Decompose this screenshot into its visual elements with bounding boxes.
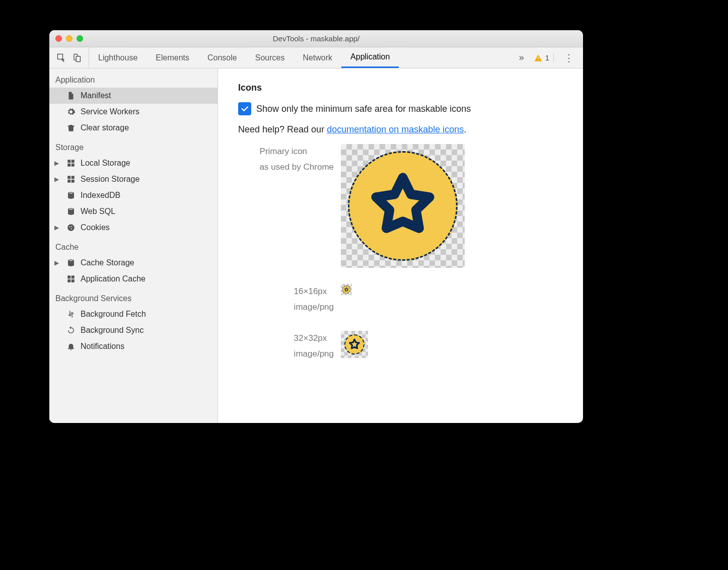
- grid-icon: [66, 159, 76, 168]
- titlebar: DevTools - maskable.app/: [49, 30, 583, 47]
- window-minimize-button[interactable]: [66, 35, 72, 42]
- sidebar-item-notifications[interactable]: ▶Notifications: [49, 338, 217, 354]
- sidebar-item-label: Notifications: [81, 342, 124, 351]
- sidebar-section-background-services: Background Services: [49, 287, 217, 306]
- tabs-overflow-button[interactable]: »: [519, 52, 524, 63]
- expand-arrow-icon: ▶: [54, 259, 59, 266]
- help-text: Need help? Read our documentation on mas…: [238, 124, 583, 135]
- sidebar-item-label: IndexedDB: [81, 191, 120, 200]
- application-sidebar: Application▶Manifest▶Service Workers▶Cle…: [49, 68, 218, 423]
- sidebar-item-local-storage[interactable]: ▶Local Storage: [49, 155, 217, 171]
- tab-network[interactable]: Network: [294, 47, 341, 68]
- arrows-icon: [66, 310, 76, 319]
- sidebar-item-background-fetch[interactable]: ▶Background Fetch: [49, 306, 217, 322]
- sidebar-item-label: Application Cache: [81, 274, 145, 283]
- devtools-tabstrip: LighthouseElementsConsoleSourcesNetworkA…: [49, 47, 583, 68]
- icon-16-label: 16×16px image/png: [294, 284, 334, 315]
- icon-32-preview: [341, 331, 368, 358]
- grid-icon: [66, 175, 76, 184]
- db-icon: [66, 258, 76, 267]
- safe-area-checkbox[interactable]: [238, 102, 251, 115]
- sidebar-item-indexeddb[interactable]: ▶IndexedDB: [49, 187, 217, 203]
- icon-16-preview: [341, 284, 352, 295]
- device-toolbar-icon[interactable]: [71, 53, 82, 63]
- file-icon: [66, 91, 76, 100]
- star-icon: [348, 338, 361, 351]
- window-title: DevTools - maskable.app/: [49, 34, 583, 43]
- primary-icon-label: Primary icon as used by Chrome: [260, 144, 334, 175]
- manifest-icons-panel: Icons Show only the minimum safe area fo…: [218, 68, 583, 423]
- bell-icon: [66, 342, 76, 351]
- window: DevTools - maskable.app/ LighthouseEleme…: [49, 30, 583, 423]
- sidebar-item-label: Web SQL: [81, 207, 115, 216]
- sidebar-item-label: Background Sync: [81, 326, 143, 335]
- tab-elements[interactable]: Elements: [147, 47, 198, 68]
- icon-32-label: 32×32px image/png: [294, 331, 334, 362]
- section-heading: Icons: [238, 83, 583, 93]
- window-maximize-button[interactable]: [77, 35, 83, 42]
- expand-arrow-icon: ▶: [54, 176, 59, 183]
- warnings-count: 1: [545, 53, 549, 62]
- sidebar-item-manifest[interactable]: ▶Manifest: [49, 88, 217, 104]
- maskable-safe-area-circle: [348, 151, 458, 261]
- db-icon: [66, 207, 76, 216]
- cookie-icon: [66, 223, 76, 232]
- safe-area-checkbox-label: Show only the minimum safe area for mask…: [256, 104, 471, 114]
- sidebar-item-cache-storage[interactable]: ▶Cache Storage: [49, 255, 217, 271]
- inspect-element-icon[interactable]: [56, 53, 66, 63]
- trash-icon: [66, 123, 76, 132]
- sidebar-item-label: Manifest: [81, 91, 111, 100]
- warnings-badge[interactable]: 1: [532, 53, 554, 62]
- sidebar-item-session-storage[interactable]: ▶Session Storage: [49, 171, 217, 187]
- gear-icon: [66, 107, 76, 116]
- sidebar-item-application-cache[interactable]: ▶Application Cache: [49, 271, 217, 287]
- sidebar-item-label: Background Fetch: [81, 310, 146, 319]
- star-icon: [365, 168, 441, 244]
- settings-menu-button[interactable]: ⋮: [562, 52, 577, 64]
- star-icon: [344, 287, 349, 292]
- grid-icon: [66, 274, 76, 283]
- sidebar-item-label: Local Storage: [81, 159, 130, 168]
- window-close-button[interactable]: [55, 35, 62, 42]
- check-icon: [240, 104, 249, 113]
- tab-application[interactable]: Application: [341, 47, 399, 68]
- sidebar-item-label: Clear storage: [81, 123, 129, 132]
- documentation-link[interactable]: documentation on maskable icons: [327, 124, 464, 134]
- tab-console[interactable]: Console: [198, 47, 246, 68]
- expand-arrow-icon: ▶: [54, 224, 59, 231]
- warning-icon: [534, 54, 542, 62]
- db-icon: [66, 191, 76, 200]
- sync-icon: [66, 326, 76, 335]
- sidebar-item-clear-storage[interactable]: ▶Clear storage: [49, 120, 217, 136]
- sidebar-item-label: Cache Storage: [81, 258, 134, 267]
- tab-sources[interactable]: Sources: [246, 47, 294, 68]
- sidebar-item-label: Session Storage: [81, 175, 139, 184]
- expand-arrow-icon: ▶: [54, 160, 59, 167]
- sidebar-section-storage: Storage: [49, 136, 217, 155]
- sidebar-item-label: Service Workers: [81, 107, 139, 116]
- sidebar-item-service-workers[interactable]: ▶Service Workers: [49, 104, 217, 120]
- sidebar-item-web-sql[interactable]: ▶Web SQL: [49, 203, 217, 220]
- primary-icon-preview: [341, 144, 465, 268]
- sidebar-item-label: Cookies: [81, 223, 110, 232]
- sidebar-item-background-sync[interactable]: ▶Background Sync: [49, 322, 217, 338]
- sidebar-item-cookies[interactable]: ▶Cookies: [49, 220, 217, 236]
- sidebar-section-application: Application: [49, 68, 217, 88]
- sidebar-section-cache: Cache: [49, 236, 217, 255]
- tab-lighthouse[interactable]: Lighthouse: [89, 47, 147, 68]
